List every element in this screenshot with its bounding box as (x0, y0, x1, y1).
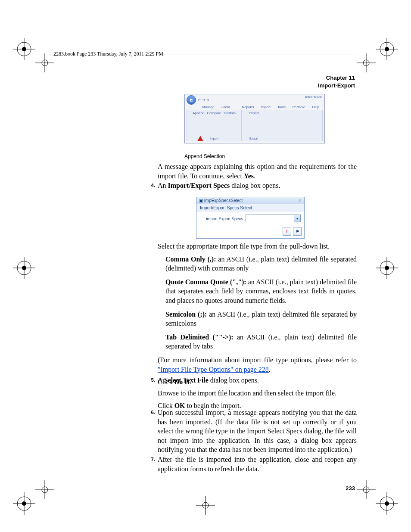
paragraph: A message appears explaining this option… (158, 162, 357, 180)
ribbon-item: Compare (207, 111, 221, 115)
reg-mark-top-right-2 (357, 53, 376, 72)
step-number: 7. (146, 457, 155, 462)
dialog-field-row: Import Export Specs ▾ (196, 212, 304, 225)
more-info-paragraph: (For more information about import file … (158, 355, 357, 374)
type-semi: Semicolon (;): an ASCII (i.e., plain tex… (165, 310, 357, 328)
chevron-down-icon: ▾ (294, 215, 300, 222)
ribbon-group-export: Export Export (242, 110, 266, 141)
step-number: 4. (146, 183, 155, 188)
reg-mark-bot-center (196, 496, 215, 515)
paragraph: Browse to the import file location and t… (158, 389, 357, 398)
chapter-title: Import-Export (318, 82, 355, 90)
chapter-number: Chapter 11 (318, 74, 355, 82)
close-button: ⚑ (293, 227, 302, 236)
ribbon-app-title: IntelliTrack (305, 95, 322, 99)
paragraph: Upon successful import, a message appear… (158, 408, 357, 454)
paragraph: After the file is imported into the appl… (158, 455, 357, 473)
page-number: 233 (346, 485, 355, 492)
type-tab: Tab Delimited (""->): an ASCII (i.e., pl… (165, 333, 357, 351)
qat-dropdown-icon: ▾ (207, 98, 209, 102)
reg-mark-bot-left-2 (35, 480, 54, 499)
step-7-text: After the file is imported into the appl… (158, 455, 357, 477)
dialog-titlebar: ▣ ImpExpSpecsSelect ✕ (196, 197, 304, 204)
reg-mark-bot-right-2 (357, 480, 376, 499)
reg-mark-top-left-2 (35, 53, 54, 72)
step-6-text: Upon successful import, a message appear… (158, 408, 357, 458)
chapter-heading: Chapter 11 Import-Export (318, 74, 355, 89)
body-after-dialog: Select the appropriate import file type … (158, 242, 357, 390)
dialog-heading: Import/Export Specs Select (196, 204, 304, 212)
file-type-list: Comma Only (,): an ASCII (i.e., plain te… (158, 255, 357, 351)
step-number: 6. (146, 410, 155, 415)
combo-label: Import Export Specs (200, 216, 243, 221)
reg-mark-bot-right (376, 492, 398, 515)
ribbon-group-label: Import (210, 137, 218, 140)
reg-mark-bot-left (13, 492, 35, 515)
ribbon-item: Export (249, 111, 258, 115)
dialog-title: ▣ ImpExpSpecsSelect (199, 198, 243, 203)
quick-access-toolbar: ◩ ↶ ↷ ▾ (187, 95, 209, 105)
ribbon-group-import: Append Compare Custom Import (187, 110, 242, 141)
callout-arrow-icon (197, 136, 203, 141)
ribbon-item: Append (193, 111, 205, 115)
step-4-text: An Import/Export Specs dialog box opens. (158, 181, 357, 194)
reg-mark-top-left (13, 38, 35, 60)
running-header: 2283.book Page 233 Thursday, July 7, 201… (53, 51, 163, 57)
ribbon-screenshot: ◩ ↶ ↷ ▾ IntelliTrack Manage Local Site S… (184, 94, 325, 143)
app-orb-icon: ◩ (187, 95, 196, 105)
paragraph: An Import/Export Specs dialog box opens. (158, 181, 357, 190)
body-text-block: A message appears explaining this option… (158, 162, 357, 183)
qat-undo-icon: ↶ (198, 98, 201, 102)
close-icon: ✕ (298, 198, 302, 203)
header-rule (45, 55, 358, 55)
specs-combo: ▾ (246, 215, 301, 222)
ribbon-item: Custom (224, 111, 236, 115)
type-comma: Comma Only (,): an ASCII (i.e., plain te… (165, 255, 357, 273)
reg-mark-mid-left (13, 257, 35, 279)
qat-redo-icon: ↷ (202, 98, 206, 102)
do-it-button: ! (283, 227, 291, 236)
reg-mark-mid-right (376, 257, 398, 279)
ribbon-group-label: Export (249, 137, 258, 140)
reg-mark-top-right (376, 38, 398, 60)
dialog-buttons: ! ⚑ (196, 225, 304, 238)
type-qcq: Quote Comma Quote (","): an ASCII (i.e.,… (165, 277, 357, 305)
figure-caption: Append Selection (184, 153, 225, 159)
dialog-screenshot: ▣ ImpExpSpecsSelect ✕ Import/Export Spec… (196, 197, 305, 239)
cross-ref-link[interactable]: "Import File Type Options" on page 228 (158, 366, 269, 373)
paragraph: Select the appropriate import file type … (158, 242, 357, 251)
paragraph: A Select Text File dialog box opens. (158, 376, 357, 385)
step-number: 5. (146, 377, 155, 383)
